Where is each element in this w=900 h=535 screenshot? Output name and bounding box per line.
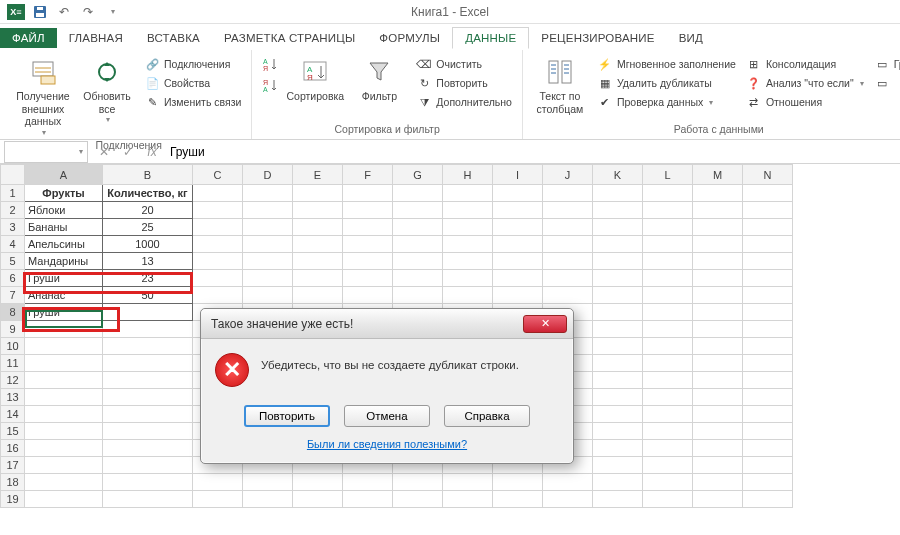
cell[interactable] [193,253,243,270]
cell[interactable] [643,202,693,219]
properties-button[interactable]: 📄Свойства [142,74,243,92]
cell[interactable] [493,236,543,253]
col-header[interactable]: E [293,165,343,185]
cell[interactable] [103,491,193,508]
cell[interactable] [543,185,593,202]
cell[interactable]: 20 [103,202,193,219]
cell[interactable] [343,219,393,236]
cell[interactable] [193,474,243,491]
row-header[interactable]: 19 [1,491,25,508]
cell[interactable] [743,491,793,508]
cell[interactable] [743,304,793,321]
row-header[interactable]: 16 [1,440,25,457]
group-button[interactable]: ▭Гр [872,55,900,73]
col-header[interactable]: D [243,165,293,185]
cell[interactable]: Яблоки [25,202,103,219]
row-header[interactable]: 6 [1,270,25,287]
cell[interactable] [693,406,743,423]
cell[interactable] [643,287,693,304]
retry-button[interactable]: Повторить [244,405,330,427]
cell[interactable] [743,338,793,355]
cell[interactable] [693,355,743,372]
cell[interactable] [743,287,793,304]
cell[interactable] [393,287,443,304]
cell[interactable] [593,338,643,355]
cell[interactable] [393,253,443,270]
cell[interactable] [193,236,243,253]
cell[interactable] [643,457,693,474]
cell[interactable] [593,236,643,253]
cell[interactable] [743,389,793,406]
cell[interactable] [393,202,443,219]
redo-icon[interactable]: ↷ [77,1,99,23]
cell[interactable] [743,440,793,457]
cell[interactable] [743,219,793,236]
cell[interactable]: 25 [103,219,193,236]
cell[interactable] [693,185,743,202]
cell[interactable] [593,321,643,338]
cell[interactable]: Фрукты [25,185,103,202]
cell[interactable] [103,440,193,457]
cell[interactable] [243,253,293,270]
cell[interactable] [103,406,193,423]
cell[interactable] [25,440,103,457]
cell[interactable] [443,474,493,491]
cell[interactable] [593,491,643,508]
cell[interactable] [243,219,293,236]
tab-data[interactable]: ДАННЫЕ [452,27,529,49]
tab-layout[interactable]: РАЗМЕТКА СТРАНИЦЫ [212,28,367,48]
row-header[interactable]: 7 [1,287,25,304]
cell[interactable] [343,491,393,508]
relationships-button[interactable]: ⇄Отношения [744,93,866,111]
cell[interactable] [643,338,693,355]
cell[interactable] [693,338,743,355]
cell[interactable] [593,219,643,236]
cell[interactable] [593,287,643,304]
cell[interactable] [393,474,443,491]
clear-filter-button[interactable]: ⌫Очистить [414,55,514,73]
advanced-filter-button[interactable]: ⧩Дополнительно [414,93,514,111]
cell[interactable] [593,389,643,406]
row-header[interactable]: 5 [1,253,25,270]
cell[interactable] [25,355,103,372]
tab-file[interactable]: ФАЙЛ [0,28,57,48]
row-header[interactable]: 13 [1,389,25,406]
cell[interactable] [643,423,693,440]
col-header[interactable]: N [743,165,793,185]
cell[interactable] [543,219,593,236]
tab-view[interactable]: ВИД [667,28,715,48]
cell[interactable] [293,253,343,270]
row-header[interactable]: 12 [1,372,25,389]
row-header[interactable]: 17 [1,457,25,474]
cell[interactable] [103,355,193,372]
refresh-all-button[interactable]: Обновить все [78,52,136,125]
cell[interactable] [593,202,643,219]
cell[interactable] [693,236,743,253]
cell[interactable] [543,287,593,304]
cell[interactable] [293,219,343,236]
row-header[interactable]: 4 [1,236,25,253]
cell[interactable] [743,355,793,372]
cell[interactable] [25,474,103,491]
row-header[interactable]: 18 [1,474,25,491]
cell[interactable] [643,406,693,423]
cell[interactable] [443,185,493,202]
cell[interactable] [103,338,193,355]
cell[interactable] [243,236,293,253]
col-header[interactable]: H [443,165,493,185]
cell[interactable] [293,474,343,491]
connections-button[interactable]: 🔗Подключения [142,55,243,73]
cell[interactable] [743,202,793,219]
cell[interactable] [493,185,543,202]
sort-button[interactable]: АЯ Сортировка [286,52,344,103]
cell[interactable] [25,423,103,440]
cell[interactable] [643,304,693,321]
cell[interactable] [103,474,193,491]
cell[interactable] [693,372,743,389]
enter-formula-icon[interactable]: ✓ [116,145,140,159]
cell[interactable] [593,304,643,321]
cell[interactable] [543,474,593,491]
cell[interactable] [593,457,643,474]
cell[interactable] [693,457,743,474]
cell[interactable] [643,219,693,236]
